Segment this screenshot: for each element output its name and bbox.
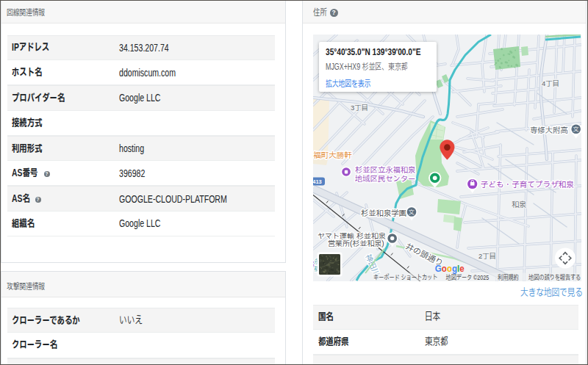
svg-text:営業所(杉並和泉): 営業所(杉並和泉)	[328, 239, 384, 247]
svg-text:和泉: 和泉	[512, 200, 526, 209]
svg-text:4丁目: 4丁目	[542, 79, 559, 87]
svg-text:文: 文	[573, 126, 579, 133]
svg-text:3丁目: 3丁目	[351, 104, 368, 112]
svg-text:413: 413	[313, 178, 322, 185]
svg-text:地図の誤りを報告する: 地図の誤りを報告する	[528, 272, 581, 281]
svg-text:子ども・子育てプラザ和泉: 子ども・子育てプラザ和泉	[481, 180, 574, 189]
svg-text:2丁目: 2丁目	[478, 252, 496, 260]
svg-text:文: 文	[409, 209, 415, 216]
svg-text:利用規約: 利用規約	[498, 272, 519, 281]
svg-text:キーボード ショートカット: キーボード ショートカット	[373, 272, 437, 281]
svg-text:地図データ ©2025: 地図データ ©2025	[446, 272, 490, 281]
svg-text:福町大勝軒: 福町大勝軒	[313, 151, 352, 159]
svg-text:杉並和泉学園: 杉並和泉学園	[361, 209, 406, 217]
svg-text:専修大附高: 専修大附高	[530, 126, 567, 134]
svg-text:杉並区立永福和泉: 杉並区立永福和泉	[355, 166, 415, 174]
svg-text:地域区民センター: 地域区民センター	[355, 175, 415, 183]
